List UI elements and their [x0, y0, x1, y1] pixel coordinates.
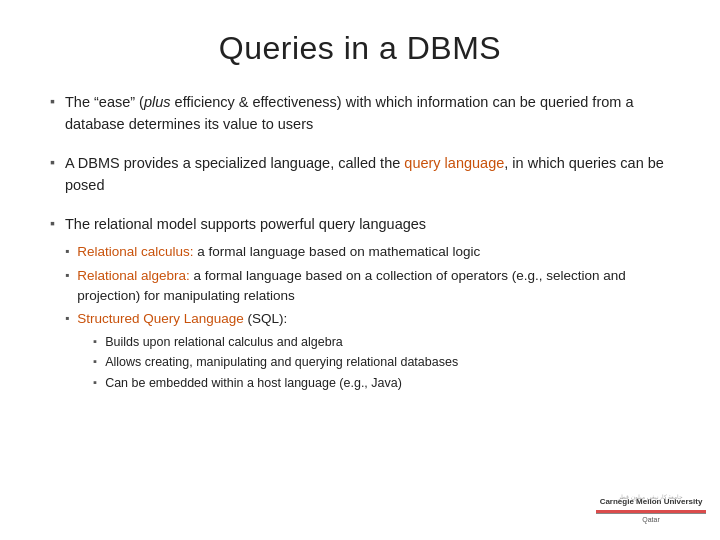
bullet-marker-1: ▪ — [50, 93, 55, 109]
sub-sub-bullet-text-1: Builds upon relational calculus and alge… — [105, 333, 343, 351]
svg-text:جامعة كارنيغي ميلون قطر: جامعة كارنيغي ميلون قطر — [617, 494, 683, 501]
sub-bullets-3: ▪ Relational calculus: a formal language… — [65, 239, 670, 391]
sub-bullet-marker-2: ▪ — [65, 268, 69, 282]
slide-title: Queries in a DBMS — [50, 30, 670, 67]
sub-bullet-marker-3: ▪ — [65, 311, 69, 325]
svg-rect-2 — [596, 513, 706, 514]
sub-sub-bullet-text-2: Allows creating, manipulating and queryi… — [105, 353, 458, 371]
sub-sub-bullet-item-1: ▪ Builds upon relational calculus and al… — [93, 333, 458, 351]
bullet-text-2: A DBMS provides a specialized language, … — [65, 152, 670, 197]
sql-link: Structured Query Language — [77, 311, 244, 326]
sub-bullet-text-3: Structured Query Language (SQL): — [77, 309, 458, 329]
slide: Queries in a DBMS ▪ The “ease” (plus eff… — [0, 0, 720, 540]
sub-sub-bullet-text-3: Can be embedded within a host language (… — [105, 374, 402, 392]
bullet-text-3: The relational model supports powerful q… — [65, 213, 670, 235]
sub-bullet-text-2: Relational algebra: a formal language ba… — [77, 266, 670, 307]
sub-bullet-marker-1: ▪ — [65, 244, 69, 258]
sub-sub-bullet-marker-3: ▪ — [93, 376, 97, 388]
sub-bullet-item-1: ▪ Relational calculus: a formal language… — [65, 242, 670, 262]
svg-rect-1 — [596, 510, 706, 513]
sub-bullet-text-1: Relational calculus: a formal language b… — [77, 242, 480, 262]
cmu-logo-svg: Carnegie Mellon University Qatar جامعة ك… — [596, 490, 706, 528]
sub-sub-bullets: ▪ Builds upon relational calculus and al… — [77, 331, 458, 391]
sub-sub-bullet-marker-2: ▪ — [93, 355, 97, 367]
sub-sub-bullet-item-2: ▪ Allows creating, manipulating and quer… — [93, 353, 458, 371]
sub-sub-bullet-marker-1: ▪ — [93, 335, 97, 347]
relational-algebra-link: Relational algebra: — [77, 268, 190, 283]
sub-bullet-item-3: ▪ Structured Query Language (SQL): ▪ Bui… — [65, 309, 670, 392]
svg-text:Qatar: Qatar — [642, 516, 660, 524]
sub-bullet-item-2: ▪ Relational algebra: a formal language … — [65, 266, 670, 307]
bullet-item-1: ▪ The “ease” (plus efficiency & effectiv… — [50, 91, 670, 136]
slide-content: ▪ The “ease” (plus efficiency & effectiv… — [50, 91, 670, 510]
cmu-logo: Carnegie Mellon University Qatar جامعة ك… — [596, 490, 706, 528]
relational-calculus-link: Relational calculus: — [77, 244, 193, 259]
bullet-item-3: ▪ The relational model supports powerful… — [50, 213, 670, 392]
query-language-link: query language — [404, 155, 504, 171]
sub-sub-bullet-item-3: ▪ Can be embedded within a host language… — [93, 374, 458, 392]
bullet-marker-2: ▪ — [50, 154, 55, 170]
bullet-marker-3: ▪ — [50, 215, 55, 231]
bullet-text-1: The “ease” (plus efficiency & effectiven… — [65, 91, 670, 136]
bullet-item-2: ▪ A DBMS provides a specialized language… — [50, 152, 670, 197]
